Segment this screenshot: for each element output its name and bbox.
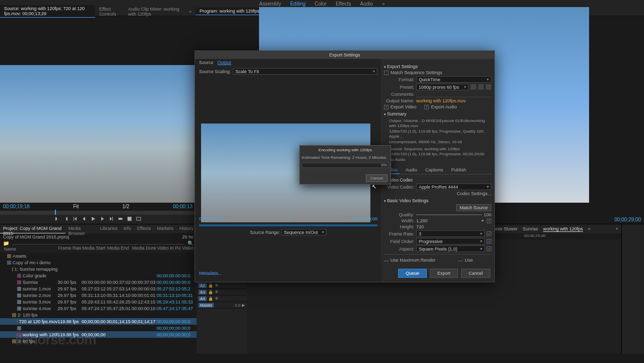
quality-value[interactable]: 100 — [484, 212, 491, 217]
mark-out-icon[interactable] — [63, 216, 69, 222]
add-marker-icon[interactable]: + — [616, 226, 618, 231]
tab-effects[interactable]: Effects — [134, 224, 154, 233]
import-preset-icon[interactable] — [478, 84, 484, 90]
ws-more-icon[interactable]: » — [382, 1, 385, 7]
tl-tab-1[interactable]: Sunrise — [523, 226, 538, 231]
step-back-icon[interactable] — [82, 216, 87, 222]
etab-audio[interactable]: Audio — [404, 166, 419, 174]
cancel-button[interactable]: Cancel — [461, 269, 490, 278]
insert-icon[interactable] — [118, 216, 123, 222]
project-row[interactable]: sunrise 2.mov29.97 fps05:31:13:1005:31:1… — [0, 292, 197, 298]
project-row[interactable]: Color grade00:00:00:0000:0 — [0, 272, 197, 279]
tab-audio-clip-mixer[interactable]: Audio Clip Mixer: working with 120fps — [124, 6, 185, 18]
save-preset-icon[interactable] — [471, 84, 476, 90]
go-in-icon[interactable] — [73, 216, 78, 222]
link-icon[interactable]: ⚭ — [481, 218, 485, 223]
project-row[interactable]: 00;00;00;0000;0 — [0, 325, 197, 331]
width-input[interactable]: 1,280 — [416, 218, 428, 223]
export-tc-in[interactable]: 00;00;08;21 — [199, 216, 223, 221]
source-res[interactable]: 1/2 — [122, 204, 130, 209]
step-fwd-icon[interactable] — [100, 216, 105, 222]
project-row[interactable]: 720 at 120 fps.mov119.88 fps00;00;00;000… — [0, 318, 197, 325]
format-select[interactable]: QuickTime — [416, 76, 491, 83]
project-row[interactable]: Assets — [0, 253, 197, 259]
quality-slider[interactable] — [416, 214, 482, 215]
tab-preview-source[interactable]: Source — [199, 60, 214, 65]
track-header-a2[interactable]: A2🔒👁 — [197, 282, 247, 289]
mark-in-icon[interactable] — [54, 216, 59, 222]
col-framerate[interactable]: Frame Rate — [58, 246, 82, 253]
summary-header[interactable]: Summary — [384, 111, 491, 116]
fieldorder-lock[interactable] — [487, 239, 491, 244]
use-previews-checkbox[interactable] — [458, 261, 463, 262]
delete-preset-icon[interactable] — [486, 84, 491, 90]
tab-effect-controls[interactable]: Effect Controls — [95, 6, 124, 18]
project-search[interactable] — [12, 240, 184, 245]
export-frame-icon[interactable] — [136, 216, 141, 222]
ws-assembly[interactable]: Assembly — [259, 1, 281, 7]
project-row[interactable]: Sunrise30.00 fps00:00:00:0000:00:37:0200… — [0, 279, 197, 285]
tab-more-icon[interactable]: » — [185, 8, 196, 15]
project-row[interactable]: 2: 120 fps — [0, 312, 197, 318]
fieldorder-select[interactable]: Progressive — [416, 238, 485, 245]
play-icon[interactable] — [91, 216, 96, 222]
tab-program[interactable]: Program: working with 120fps — [196, 8, 264, 15]
source-zoom[interactable]: Fit — [73, 204, 79, 209]
source-tc-in[interactable]: 00;00;19;18 — [3, 204, 30, 209]
filter-icon[interactable]: 🔍 — [187, 240, 194, 245]
source-scrub[interactable] — [0, 211, 196, 215]
match-source-button[interactable]: Match Source — [456, 204, 491, 211]
tl-more-icon[interactable]: » — [588, 226, 591, 231]
ws-editing[interactable]: Editing — [290, 1, 306, 7]
aspect-lock[interactable] — [487, 247, 491, 251]
tl-tab-2[interactable]: working with 120fps — [543, 226, 583, 232]
tab-history[interactable]: History — [176, 224, 197, 233]
height-input[interactable]: 720 — [416, 224, 424, 229]
metadata-button[interactable]: Metadata... — [199, 271, 222, 276]
video-codec-header[interactable]: Video Codec — [384, 177, 491, 183]
col-videoin[interactable]: Video In Point — [157, 246, 181, 253]
framerate-lock[interactable] — [487, 231, 491, 236]
tab-preview-output[interactable]: Output — [218, 60, 231, 65]
source-scaling-select[interactable]: Scale To Fit — [233, 68, 377, 75]
source-range-select[interactable]: Sequence In/Out — [281, 229, 327, 235]
match-sequence-checkbox[interactable] — [384, 71, 389, 75]
video-codec-select[interactable]: Apple ProRes 4444 — [416, 184, 491, 190]
project-row[interactable]: 1: Sunrise remapping — [0, 266, 197, 272]
aspect-select[interactable]: Square Pixels (1.0) — [416, 246, 485, 252]
tab-markers[interactable]: Markers — [154, 224, 176, 233]
project-row[interactable]: sunrise 1.mov29.97 fps05:27:53:1205:27:5… — [0, 285, 197, 292]
overwrite-icon[interactable] — [127, 216, 132, 222]
etab-publish[interactable]: Publish — [449, 166, 468, 174]
queue-button[interactable]: Queue — [398, 269, 427, 278]
output-name-link[interactable]: working with 120fps.mov — [416, 98, 466, 103]
etab-captions[interactable]: Captions — [423, 166, 445, 174]
export-video-checkbox[interactable] — [384, 105, 389, 109]
export-fit[interactable]: Fit — [286, 216, 291, 221]
max-render-checkbox[interactable] — [384, 261, 389, 262]
track-header-master[interactable]: Master0.0▶ — [197, 302, 247, 309]
col-mediastart[interactable]: Media Start — [82, 246, 106, 253]
tab-project[interactable]: Project: Copy of MGM Grand 2015 — [0, 224, 66, 233]
export-range-bar[interactable] — [199, 224, 377, 226]
ws-audio[interactable]: Audio — [360, 1, 373, 7]
tab-libraries[interactable]: Libraries — [97, 224, 121, 233]
project-row[interactable]: sunrise 3.mov29.97 fps05:29:43:1105:42:2… — [0, 298, 197, 305]
basic-video-header[interactable]: Basic Video Settings — [384, 198, 491, 203]
tab-source[interactable]: Source: working with 120fps: 720 at 120 … — [0, 5, 95, 18]
export-button[interactable]: Export — [430, 269, 458, 278]
ws-color[interactable]: Color — [314, 1, 327, 7]
project-row[interactable]: sunrise 4.mov29.97 fps05:47:24:1705:47:2… — [0, 305, 197, 312]
project-row[interactable]: Copy of mc-i demo — [0, 259, 197, 266]
track-header-a3[interactable]: A3🔒👁 — [197, 289, 247, 295]
source-viewer[interactable] — [0, 65, 196, 203]
ws-effects[interactable]: Effects — [336, 1, 351, 7]
encoding-cancel-button[interactable]: Cancel — [366, 174, 388, 182]
go-out-icon[interactable] — [109, 216, 114, 222]
codec-settings-button[interactable]: Codec Settings... — [457, 191, 491, 196]
col-name[interactable]: Name — [2, 246, 57, 253]
export-settings-header[interactable]: Export Settings — [384, 64, 491, 69]
filter-bin-icon[interactable]: 📁 — [3, 240, 9, 245]
tab-info[interactable]: Info — [120, 224, 134, 233]
comments-input[interactable] — [416, 91, 491, 97]
